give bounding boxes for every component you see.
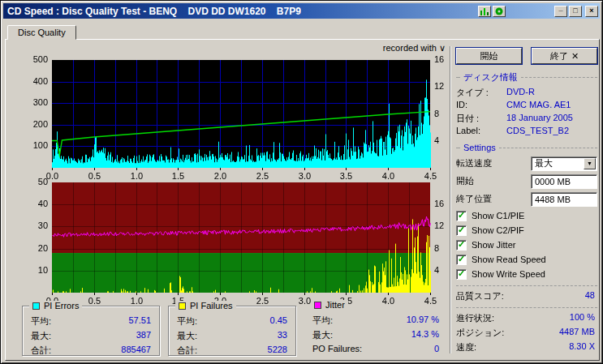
checkbox-label: Show C1/PIE	[472, 211, 524, 221]
start-position-input[interactable]: 0000 MB	[531, 174, 597, 189]
stat-label: 最大:	[31, 330, 51, 342]
stat-label: 合計:	[177, 345, 197, 357]
vertical-divider	[450, 46, 451, 353]
position-row: ポジション:4487 MB	[456, 327, 597, 338]
quality-score-value: 48	[585, 290, 595, 302]
settings-header: Settings	[456, 143, 597, 152]
check-icon: ✓	[458, 255, 465, 263]
progress-label: 進行状況:	[456, 312, 494, 323]
jitter-color-swatch	[314, 302, 321, 309]
disc-info-row: ID:CMC MAG. AE1	[456, 100, 597, 111]
progress-row: 進行状況:100 %	[456, 312, 597, 323]
disc-info-label: ID:	[456, 100, 506, 111]
transfer-speed-select[interactable]: 最大 ▼	[531, 156, 597, 171]
stat-value: 0	[434, 344, 439, 353]
window-title: CD Speed : Disc Quality Test - BENQ DVD …	[7, 6, 301, 17]
recorded-with-label: recorded with	[383, 43, 437, 53]
disc-icon[interactable]	[493, 6, 506, 17]
pi-failures-legend-title: PI Failures	[190, 301, 233, 310]
transfer-speed-value: 最大	[532, 157, 584, 169]
exit-button[interactable]: 終了✕	[532, 48, 597, 64]
dropdown-arrow-icon[interactable]: ▼	[584, 158, 596, 169]
disc-info-label: Label:	[456, 126, 506, 137]
stat-value: 885467	[121, 345, 151, 357]
speed-value: 8.30 X	[569, 341, 595, 353]
start-button[interactable]: 開始	[456, 48, 522, 64]
stat-value: 14.3 %	[411, 329, 439, 341]
exit-x-icon: ✕	[571, 51, 579, 62]
checkbox-box[interactable]: ✓	[456, 211, 467, 221]
exit-button-label: 終了	[550, 50, 568, 62]
check-icon: ✓	[458, 269, 465, 278]
speed-row: 速度:8.30 X	[456, 341, 597, 353]
stat-label: 最大:	[312, 329, 333, 341]
stat-value: 33	[278, 330, 287, 342]
stat-value: 5228	[268, 345, 287, 357]
check-icon: ✓	[458, 211, 465, 220]
stat-row: 最大:387	[23, 330, 159, 342]
checkbox-label: Show Jitter	[472, 240, 515, 250]
stat-row: 平均:0.45	[169, 315, 295, 328]
stat-row: 平均:57.51	[23, 315, 159, 328]
disc-id-value: CMC MAG. AE1	[506, 100, 571, 111]
checkbox-show-c1-pie[interactable]: ✓Show C1/PIE	[456, 210, 597, 221]
disc-info-row: Label:CDS_TEST_B2	[456, 126, 597, 137]
checkbox-show-c2-pif[interactable]: ✓Show C2/PIF	[456, 225, 597, 236]
pi-errors-legend-title: PI Errors	[44, 301, 79, 310]
stat-value: 57.51	[128, 315, 151, 328]
checkbox-show-write-speed[interactable]: ✓Show Write Speed	[456, 268, 597, 280]
minimize-button[interactable]: _	[554, 6, 567, 17]
checkbox-label: Show Read Speed	[472, 255, 546, 264]
titlebar-app-icons	[476, 6, 506, 17]
quality-score-row: 品質スコア: 48	[456, 290, 597, 302]
separator	[456, 285, 597, 286]
disc-info-header: ディスク情報	[456, 71, 597, 84]
check-icon: ✓	[458, 240, 465, 249]
separator	[456, 307, 597, 308]
checkbox-box[interactable]: ✓	[456, 225, 467, 236]
checkbox-box[interactable]: ✓	[456, 240, 467, 251]
stat-value: 0.45	[270, 315, 287, 328]
checkbox-box[interactable]: ✓	[456, 269, 467, 280]
recorded-with-control[interactable]: recorded with ∨	[290, 43, 446, 54]
stat-label: PO Failures:	[312, 344, 362, 353]
maximize-button[interactable]: □	[569, 6, 582, 17]
titlebar[interactable]: CD Speed : Disc Quality Test - BENQ DVD …	[3, 3, 600, 19]
window-controls: _ □ ×	[553, 6, 598, 17]
disc-date-value: 18 January 2005	[506, 113, 573, 124]
speed-label: 速度:	[456, 341, 476, 353]
pi-errors-color-swatch	[32, 302, 40, 310]
checkbox-show-jitter[interactable]: ✓Show Jitter	[456, 239, 597, 251]
checkbox-label: Show C2/PIF	[472, 225, 524, 235]
pi-errors-speed-chart	[8, 54, 453, 182]
main-panel: recorded with ∨ PI Errors 平均:57.51 最大:38…	[5, 39, 600, 361]
position-value: 4487 MB	[559, 327, 595, 338]
start-position-value: 0000 MB	[535, 177, 571, 186]
end-position-label: 終了位置	[456, 193, 492, 205]
pi-failures-legend-header: PI Failures	[175, 301, 236, 310]
checkbox-label: Show Write Speed	[472, 269, 545, 279]
start-position-row: 開始 0000 MB	[456, 173, 597, 189]
stat-row: 合計:885467	[23, 345, 159, 357]
button-gap	[582, 6, 584, 17]
tab-disc-quality[interactable]: Disc Quality	[7, 25, 76, 40]
stat-label: 平均:	[312, 315, 333, 327]
checkbox-box[interactable]: ✓	[456, 255, 467, 265]
pi-failures-color-swatch	[179, 302, 186, 310]
pi-errors-legend-group: PI Errors 平均:57.51 最大:387 合計:885467	[22, 306, 160, 356]
stat-row: 平均:10.97 %	[304, 315, 447, 327]
stat-label: 最大:	[177, 330, 197, 342]
pi-failures-jitter-chart	[8, 176, 453, 306]
jitter-legend-header: Jitter	[311, 300, 348, 310]
stat-row: 合計:5228	[169, 345, 295, 357]
disc-info-label: タイプ :	[456, 87, 506, 98]
close-button[interactable]: ×	[585, 6, 598, 17]
chart-icon[interactable]	[478, 6, 491, 17]
start-button-label: 開始	[480, 50, 498, 62]
end-position-input[interactable]: 4488 MB	[531, 192, 597, 207]
checkbox-show-read-speed[interactable]: ✓Show Read Speed	[456, 254, 597, 265]
end-position-value: 4488 MB	[535, 195, 571, 204]
check-icon: ✓	[458, 225, 465, 234]
stat-row: 最大:14.3 %	[304, 329, 447, 341]
jitter-legend-title: Jitter	[325, 300, 345, 310]
